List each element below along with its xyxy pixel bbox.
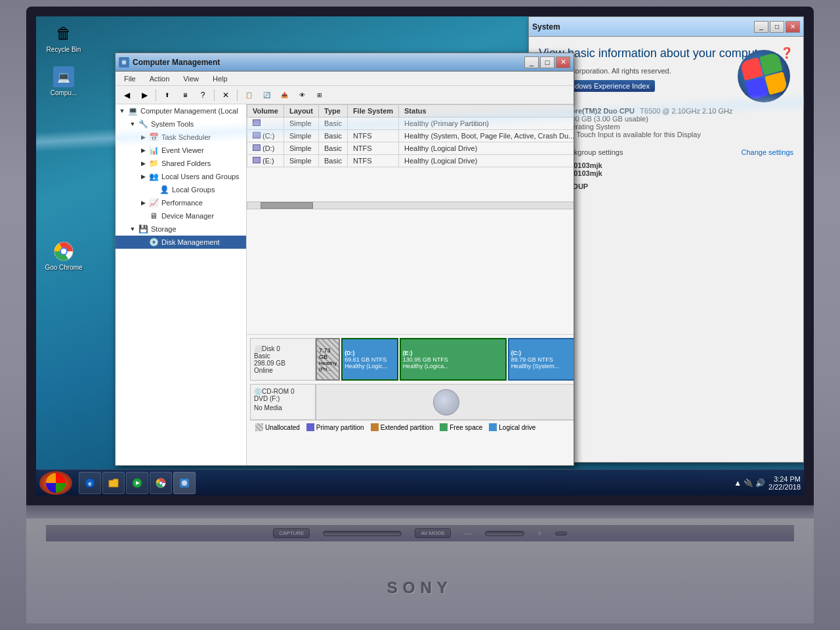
tray-arrow[interactable]: ▲ <box>734 478 742 488</box>
cm-body: ▼ 💻 Computer Management (Local ▼ 🔧 Syste… <box>116 104 574 465</box>
disk0-type: Basic <box>254 352 312 360</box>
capture-btn[interactable]: CAPTURE <box>273 528 310 538</box>
shared-folders-icon: 📁 <box>148 158 159 169</box>
performance-icon: 📈 <box>148 198 159 208</box>
toolbar-view[interactable]: 👁 <box>294 88 310 102</box>
toolbar-export[interactable]: 📤 <box>276 88 292 102</box>
row3-layout: Simple <box>284 155 318 167</box>
tray-network-icon[interactable]: 🔌 <box>744 478 753 488</box>
vol-minus[interactable]: — <box>464 529 472 538</box>
tree-performance[interactable]: ▶ 📈 Performance <box>116 196 246 209</box>
toolbar-back[interactable]: ◀ <box>119 88 135 102</box>
laptop-brand: SONY <box>387 579 453 597</box>
scroll-thumb[interactable] <box>261 202 313 209</box>
taskbar-item-folder[interactable] <box>102 472 125 494</box>
toolbar-show-hide[interactable]: 🖥 <box>177 88 193 102</box>
row2-volume: (D:) <box>247 142 284 155</box>
table-row[interactable]: (D:) Simple Basic NTFS Healthy (Logical … <box>247 142 574 155</box>
toolbar-up[interactable]: ⬆ <box>159 88 175 102</box>
menu-help[interactable]: Help <box>207 74 233 84</box>
tree-expand-taskscheduler: ▶ <box>139 133 147 141</box>
av-mode-btn[interactable]: AV MODE <box>415 528 450 538</box>
screen-bezel: 🗑 Recycle Bin 💻 Compu... <box>26 7 814 505</box>
table-row[interactable]: (E:) Simple Basic NTFS Healthy (Logical … <box>247 155 574 167</box>
cdrom-type: DVD (F:) <box>254 395 312 402</box>
laptop-slider[interactable] <box>323 531 402 536</box>
partition-c-desc: Healthy (System... <box>511 363 574 369</box>
toolbar-forward[interactable]: ▶ <box>136 88 152 102</box>
col-status[interactable]: Status <box>399 105 574 117</box>
local-groups-icon: 👤 <box>159 184 169 195</box>
start-button[interactable] <box>39 471 72 495</box>
menu-action[interactable]: Action <box>144 74 175 84</box>
tree-local-groups[interactable]: 👤 Local Groups <box>116 183 246 196</box>
partition-unalloc[interactable]: 7.73 GB Healthy (Pri... <box>316 338 340 381</box>
table-row[interactable]: Simple Basic Healthy (Primary Partition) <box>247 117 574 130</box>
tree-disk-management[interactable]: 💿 Disk Management <box>116 236 246 249</box>
toolbar-refresh[interactable]: 🔄 <box>259 88 274 102</box>
taskbar-clock[interactable]: 3:24 PM 2/22/2018 <box>768 475 801 491</box>
partition-d[interactable]: (D:) 69.61 GB NTFS Healthy (Logic... <box>341 338 398 381</box>
tree-storage[interactable]: ▼ 💾 Storage <box>116 222 246 236</box>
laptop-keyboard-area: CAPTURE AV MODE — + SONY <box>26 518 814 623</box>
extra-btn[interactable] <box>555 532 567 536</box>
tree-local-users[interactable]: ▶ 👥 Local Users and Groups <box>116 170 246 183</box>
toolbar-help[interactable]: ? <box>195 88 211 102</box>
tree-task-scheduler[interactable]: ▶ 📅 Task Scheduler <box>116 131 246 144</box>
tree-root[interactable]: ▼ 💻 Computer Management (Local <box>116 104 246 117</box>
desktop-icon-recycle[interactable]: 🗑 Recycle Bin <box>43 23 85 53</box>
cm-tree: ▼ 💻 Computer Management (Local ▼ 🔧 Syste… <box>116 104 247 465</box>
vol-plus[interactable]: + <box>537 529 542 538</box>
laptop-slider-2[interactable] <box>485 531 524 536</box>
cd-disc <box>433 389 459 415</box>
tray-volume-icon[interactable]: 🔊 <box>755 478 765 488</box>
desktop-icon-chrome[interactable]: Goo Chrome <box>43 241 85 271</box>
menu-view[interactable]: View <box>178 74 204 84</box>
clock-time: 3:24 PM <box>768 475 801 483</box>
partition-e-label: (E:) <box>403 350 503 356</box>
col-type[interactable]: Type <box>318 105 347 117</box>
table-row[interactable]: (C:) Simple Basic NTFS Healthy (System, … <box>247 130 574 142</box>
taskbar-tray: ▲ 🔌 🔊 3:24 PM 2/22/2018 <box>734 475 801 491</box>
col-volume[interactable]: Volume <box>247 105 284 117</box>
taskbar-item-chrome2[interactable] <box>150 472 172 494</box>
partition-d-size: 69.61 GB NTFS <box>345 356 395 363</box>
taskbar-item-ie[interactable]: e <box>79 472 101 494</box>
cm-close-btn[interactable]: ✕ <box>556 56 570 68</box>
tree-event-viewer[interactable]: ▶ 📊 Event Viewer <box>116 144 246 157</box>
desktop-icon-computer[interactable]: 💻 Compu... <box>43 66 85 96</box>
tree-shared-folders[interactable]: ▶ 📁 Shared Folders <box>116 157 246 170</box>
cm-table-area[interactable]: Volume Layout Type File System Status <box>247 104 574 334</box>
workgroup-section: in, and workgroup settings Admin-PC0103m… <box>539 148 793 190</box>
tree-system-tools[interactable]: ▼ 🔧 System Tools <box>116 117 246 131</box>
cp-minimize-btn[interactable]: _ <box>754 21 768 33</box>
toolbar-arrange[interactable]: ⊞ <box>312 88 327 102</box>
horizontal-scrollbar[interactable] <box>247 201 574 209</box>
event-viewer-icon: 📊 <box>148 145 159 156</box>
cm-minimize-btn[interactable]: _ <box>524 56 539 68</box>
tree-device-manager[interactable]: 🖥 Device Manager <box>116 209 246 222</box>
toolbar-delete[interactable]: ✕ <box>218 88 234 102</box>
taskbar-item-comp-mgmt[interactable] <box>173 472 196 494</box>
folder-icon <box>108 478 119 488</box>
cp-close-btn[interactable]: ✕ <box>786 21 800 33</box>
exp-label: Windows Experience Index <box>562 82 650 90</box>
cm-menubar: File Action View Help <box>116 72 574 86</box>
cdrom-row: 💿CD-ROM 0 DVD (F:) No Media <box>250 384 574 420</box>
toolbar-properties[interactable]: 📋 <box>241 88 257 102</box>
col-filesystem[interactable]: File System <box>347 105 398 117</box>
tree-storage-label: Storage <box>151 225 177 233</box>
tree-expand-devicemanager <box>139 212 147 220</box>
disk-table: Volume Layout Type File System Status <box>247 104 574 167</box>
menu-file[interactable]: File <box>119 74 141 84</box>
recycle-bin-label: Recycle Bin <box>47 46 81 53</box>
cm-maximize-btn[interactable]: □ <box>540 56 555 68</box>
partition-c[interactable]: (C:) 89.79 GB NTFS Healthy (System... <box>508 338 574 381</box>
change-settings-link[interactable]: Change settings <box>742 148 794 156</box>
cp-maximize-btn[interactable]: □ <box>770 21 784 33</box>
partition-e[interactable]: (E:) 130.95 GB NTFS Healthy (Logica... <box>400 338 507 381</box>
win-logo-circle <box>738 50 790 102</box>
taskbar-item-media[interactable] <box>126 472 148 494</box>
cdrom-status: No Media <box>254 404 312 411</box>
col-layout[interactable]: Layout <box>284 105 318 117</box>
